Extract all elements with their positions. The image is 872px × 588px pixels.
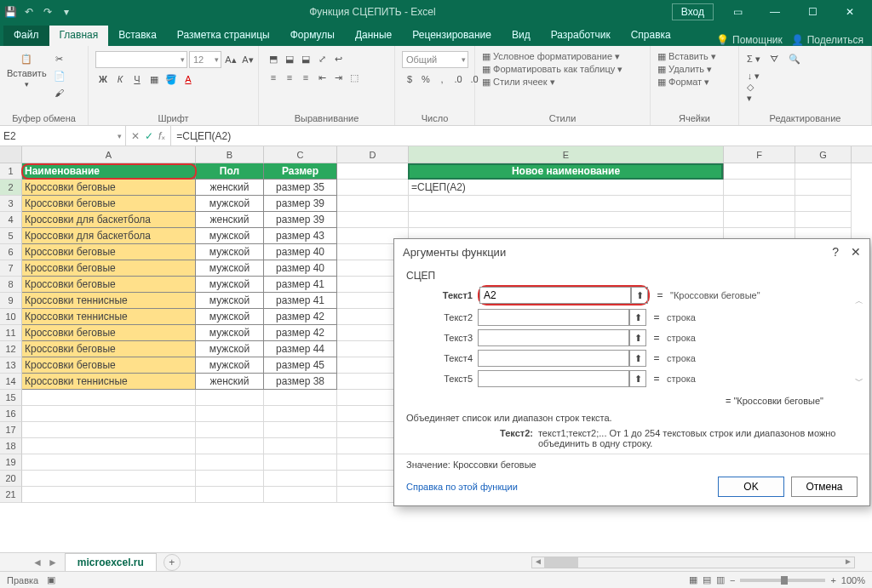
cell-C21[interactable] — [264, 487, 337, 503]
increase-font-icon[interactable]: A▴ — [223, 52, 238, 67]
cell-F1[interactable] — [724, 163, 795, 180]
share-button[interactable]: 👤 Поделиться — [791, 34, 863, 46]
cell-styles-button[interactable]: ▦ Стили ячеек ▾ — [482, 77, 622, 88]
ribbon-display-icon[interactable]: ▭ — [719, 0, 756, 24]
cell-B21[interactable] — [196, 487, 264, 503]
macro-record-icon[interactable]: ▣ — [47, 574, 55, 585]
cut-icon[interactable]: ✂ — [52, 51, 67, 66]
row-header-10[interactable]: 10 — [0, 309, 22, 325]
cell-C20[interactable] — [264, 471, 337, 487]
decrease-font-icon[interactable]: A▾ — [240, 52, 255, 67]
cell-G2[interactable] — [795, 180, 852, 196]
cell-B20[interactable] — [196, 471, 264, 487]
undo-icon[interactable]: ↶ — [22, 5, 36, 19]
decrease-indent-icon[interactable]: ⇤ — [314, 70, 330, 85]
cell-B6[interactable]: мужской — [196, 244, 264, 260]
save-icon[interactable]: 💾 — [3, 5, 17, 19]
cell-F2[interactable] — [724, 180, 795, 196]
insert-function-icon[interactable]: fₓ — [158, 130, 165, 142]
cell-A7[interactable]: Кроссовки беговые — [22, 260, 196, 277]
cell-C2[interactable]: размер 35 — [264, 180, 337, 196]
merge-icon[interactable]: ⬚ — [347, 70, 362, 85]
cell-E3[interactable] — [409, 196, 724, 212]
col-header-B[interactable]: B — [196, 146, 264, 163]
cell-C13[interactable]: размер 45 — [264, 357, 337, 374]
row-header-6[interactable]: 6 — [0, 244, 22, 260]
login-button[interactable]: Вход — [672, 3, 714, 20]
align-center-icon[interactable]: ≡ — [282, 70, 297, 85]
cell-A12[interactable]: Кроссовки беговые — [22, 341, 196, 357]
tab-view[interactable]: Вид — [502, 26, 541, 46]
currency-icon[interactable]: $ — [402, 71, 417, 87]
cell-A5[interactable]: Кроссовки для баскетбола — [22, 228, 196, 244]
cell-A16[interactable] — [22, 406, 196, 422]
increase-indent-icon[interactable]: ⇥ — [330, 70, 346, 85]
border-icon[interactable]: ▦ — [146, 71, 162, 87]
row-header-5[interactable]: 5 — [0, 228, 22, 244]
horizontal-scrollbar[interactable] — [531, 557, 855, 568]
align-left-icon[interactable]: ≡ — [266, 70, 281, 85]
row-header-16[interactable]: 16 — [0, 406, 22, 422]
cell-B2[interactable]: женский — [196, 180, 264, 196]
tab-insert[interactable]: Вставка — [108, 26, 167, 46]
cell-F4[interactable] — [724, 212, 795, 228]
cell-A1[interactable]: Наименование — [22, 163, 196, 180]
sheet-tab[interactable]: microexcel.ru — [65, 553, 157, 571]
sheet-nav-next-icon[interactable]: ► — [48, 557, 58, 568]
cell-A3[interactable]: Кроссовки беговые — [22, 196, 196, 212]
range-picker-2[interactable]: ⬆ — [629, 309, 646, 326]
row-header-1[interactable]: 1 — [0, 163, 22, 180]
zoom-slider[interactable] — [740, 579, 825, 582]
cell-A10[interactable]: Кроссовки теннисные — [22, 309, 196, 325]
cell-C10[interactable]: размер 42 — [264, 309, 337, 325]
row-header-8[interactable]: 8 — [0, 277, 22, 293]
qat-more-icon[interactable]: ▾ — [60, 5, 73, 19]
cell-A11[interactable]: Кроссовки беговые — [22, 325, 196, 341]
tab-developer[interactable]: Разработчик — [541, 26, 621, 46]
row-header-12[interactable]: 12 — [0, 341, 22, 357]
row-header-17[interactable]: 17 — [0, 422, 22, 438]
assistant-button[interactable]: 💡 Помощник — [716, 34, 783, 46]
cell-C6[interactable]: размер 40 — [264, 244, 337, 260]
format-as-table-button[interactable]: ▦ Форматировать как таблицу ▾ — [482, 64, 622, 75]
cell-B3[interactable]: мужской — [196, 196, 264, 212]
close-icon[interactable]: ✕ — [831, 0, 869, 24]
col-header-D[interactable]: D — [337, 146, 409, 163]
cell-E2[interactable]: =СЦЕП(A2) — [409, 180, 724, 196]
name-box[interactable]: E2 — [0, 126, 126, 146]
underline-button[interactable]: Ч — [129, 71, 145, 87]
autosum-icon[interactable]: Σ ▾ — [746, 51, 761, 66]
format-cells-button[interactable]: ▦ Формат ▾ — [657, 77, 716, 88]
cell-B12[interactable]: мужской — [196, 341, 264, 357]
delete-cells-button[interactable]: ▦ Удалить ▾ — [657, 64, 716, 75]
cell-C4[interactable]: размер 39 — [264, 212, 337, 228]
ok-button[interactable]: OK — [718, 477, 784, 497]
bold-button[interactable]: Ж — [95, 71, 111, 87]
cell-B7[interactable]: мужской — [196, 260, 264, 277]
cell-G1[interactable] — [795, 163, 852, 180]
dialog-close-icon[interactable]: ✕ — [851, 245, 861, 259]
cell-A14[interactable]: Кроссовки теннисные — [22, 374, 196, 390]
row-header-7[interactable]: 7 — [0, 260, 22, 277]
cell-A20[interactable] — [22, 471, 196, 487]
cell-B16[interactable] — [196, 406, 264, 422]
row-header-3[interactable]: 3 — [0, 196, 22, 212]
enter-formula-icon[interactable]: ✓ — [145, 130, 153, 142]
row-header-15[interactable]: 15 — [0, 390, 22, 406]
cell-C5[interactable]: размер 43 — [264, 228, 337, 244]
sort-filter-button[interactable]: ᗊ — [766, 51, 782, 66]
cell-A15[interactable] — [22, 390, 196, 406]
view-normal-icon[interactable]: ▦ — [689, 574, 697, 585]
cell-C11[interactable]: размер 42 — [264, 325, 337, 341]
orientation-icon[interactable]: ⤢ — [314, 51, 330, 66]
cell-B11[interactable]: мужской — [196, 325, 264, 341]
cell-D2[interactable] — [337, 180, 409, 196]
col-header-G[interactable]: G — [795, 146, 852, 163]
cell-A17[interactable] — [22, 422, 196, 438]
args-scrollbar[interactable]: ︿﹀ — [852, 295, 866, 389]
cell-A19[interactable] — [22, 454, 196, 471]
row-header-9[interactable]: 9 — [0, 293, 22, 309]
arg-input-5[interactable] — [478, 370, 629, 387]
percent-icon[interactable]: % — [418, 71, 433, 87]
arg-input-1[interactable] — [479, 287, 631, 304]
